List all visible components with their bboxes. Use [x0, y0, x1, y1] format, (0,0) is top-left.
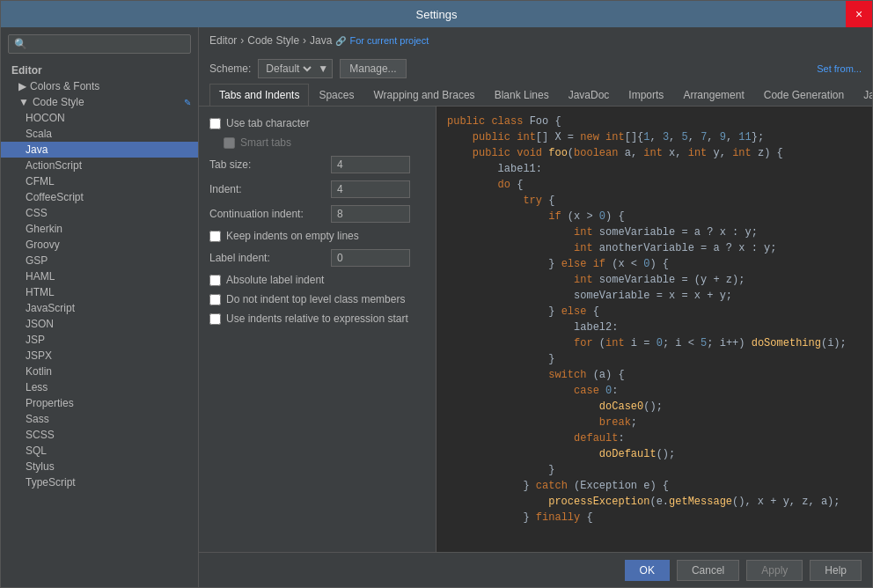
search-box[interactable]	[8, 34, 191, 54]
sidebar-item-actionscript[interactable]: ActionScript	[1, 158, 198, 173]
tab-spaces[interactable]: Spaces	[309, 84, 363, 107]
code-line: } else if (x < 0) {	[436, 256, 872, 272]
continuation-indent-label: Continuation indent:	[209, 208, 324, 220]
tab-code-generation[interactable]: Code Generation	[754, 84, 854, 107]
code-line: processException(e.getMessage(), x + y, …	[436, 494, 872, 510]
sidebar-item-stylus[interactable]: Stylus	[1, 459, 198, 474]
sidebar-item-javascript[interactable]: JavaScript	[1, 300, 198, 316]
code-line: } catch (Exception e) {	[436, 478, 872, 494]
ok-button[interactable]: OK	[625, 560, 670, 581]
tab-size-input[interactable]: 4	[331, 156, 410, 173]
label-indent-label: Label indent:	[209, 252, 324, 264]
link-icon: 🔗	[335, 36, 346, 46]
use-indents-relative-label[interactable]: Use indents relative to expression start	[226, 312, 408, 325]
tab-javadoc[interactable]: JavaDoc	[559, 84, 620, 107]
cancel-button[interactable]: Cancel	[677, 560, 739, 581]
sidebar-item-sass[interactable]: Sass	[1, 411, 198, 427]
continuation-indent-input[interactable]: 8	[331, 205, 410, 223]
smart-tabs-row: Smart tabs	[209, 136, 425, 149]
sidebar-item-colors-fonts[interactable]: ▶ Colors & Fonts	[1, 78, 198, 94]
arrow-icon: ▶	[18, 80, 26, 92]
sidebar-item-jspx[interactable]: JSPX	[1, 348, 198, 364]
tab-size-row: Tab size: 4	[209, 156, 425, 173]
sidebar-item-typescript[interactable]: TypeScript	[1, 474, 198, 490]
scheme-dropdown[interactable]: Default ▼	[258, 59, 333, 78]
sidebar-item-jsp[interactable]: JSP	[1, 332, 198, 348]
tab-arrangement[interactable]: Arrangement	[673, 84, 753, 107]
code-line: label1:	[436, 161, 872, 177]
absolute-label-indent-checkbox[interactable]	[209, 275, 221, 286]
help-button[interactable]: Help	[810, 560, 862, 581]
code-line: label2:	[436, 320, 872, 335]
code-line: } finally {	[436, 510, 872, 526]
sidebar-item-scala[interactable]: Scala	[1, 126, 198, 142]
keep-indents-checkbox[interactable]	[209, 231, 221, 242]
apply-button[interactable]: Apply	[746, 560, 803, 581]
code-line: }	[436, 351, 872, 367]
use-tab-character-row: Use tab character	[209, 117, 425, 129]
sidebar-item-java[interactable]: Java	[1, 142, 198, 158]
tab-blank-lines[interactable]: Blank Lines	[485, 84, 559, 107]
code-line: default:	[436, 430, 872, 446]
tab-tabs-indents[interactable]: Tabs and Indents	[209, 84, 309, 107]
use-tab-character-checkbox[interactable]	[209, 118, 221, 129]
sidebar-item-haml[interactable]: HAML	[1, 268, 198, 284]
breadcrumb-code-style: Code Style	[247, 34, 299, 47]
sidebar-item-less[interactable]: Less	[1, 379, 198, 395]
sidebar-item-hocon[interactable]: HOCON	[1, 110, 198, 126]
absolute-label-indent-label[interactable]: Absolute label indent	[226, 274, 324, 286]
do-not-indent-row: Do not indent top level class members	[209, 293, 425, 305]
indent-input[interactable]: 4	[331, 180, 410, 198]
sidebar-item-css[interactable]: CSS	[1, 205, 198, 221]
absolute-label-indent-row: Absolute label indent	[209, 274, 425, 286]
code-line: public class Foo {	[436, 114, 872, 129]
code-line: do {	[436, 177, 872, 193]
indent-label: Indent:	[209, 183, 324, 195]
label-indent-input[interactable]: 0	[331, 249, 410, 267]
breadcrumb-editor: Editor	[209, 34, 237, 47]
footer: OK Cancel Apply Help	[199, 552, 872, 587]
close-button[interactable]: ×	[846, 1, 872, 27]
continuation-indent-row: Continuation indent: 8	[209, 205, 425, 223]
scheme-select-input[interactable]: Default	[262, 62, 314, 76]
sidebar-item-sql[interactable]: SQL	[1, 443, 198, 459]
sidebar-item-json[interactable]: JSON	[1, 316, 198, 332]
title-bar: Settings ×	[1, 1, 872, 27]
panel-content: Use tab character Smart tabs Tab size: 4…	[199, 107, 872, 552]
sidebar-item-cfml[interactable]: CFML	[1, 173, 198, 189]
breadcrumb-sep1: ›	[240, 34, 244, 47]
sidebar-item-scss[interactable]: SCSS	[1, 427, 198, 443]
use-tab-character-label[interactable]: Use tab character	[226, 117, 310, 129]
tabs-bar: Tabs and Indents Spaces Wrapping and Bra…	[199, 84, 872, 107]
keep-indents-label[interactable]: Keep indents on empty lines	[226, 230, 359, 242]
edit-icon: ✎	[184, 98, 191, 107]
sidebar-item-kotlin[interactable]: Kotlin	[1, 364, 198, 379]
sidebar-item-coffeescript[interactable]: CoffeeScript	[1, 189, 198, 205]
sidebar-item-gsp[interactable]: GSP	[1, 253, 198, 268]
code-line: public int[] X = new int[]{1, 3, 5, 7, 9…	[436, 129, 872, 145]
code-line: break;	[436, 415, 872, 430]
editor-section-label: Editor	[1, 61, 198, 78]
scheme-label: Scheme:	[209, 62, 251, 75]
sidebar-item-groovy[interactable]: Groovy	[1, 237, 198, 253]
sidebar-item-html[interactable]: HTML	[1, 284, 198, 300]
do-not-indent-checkbox[interactable]	[209, 294, 221, 305]
for-current-project: For current project	[349, 35, 429, 46]
set-from-link[interactable]: Set from...	[817, 63, 862, 74]
scheme-row: Scheme: Default ▼ Manage... Set from...	[199, 54, 872, 84]
smart-tabs-checkbox[interactable]	[224, 137, 235, 149]
main-panel: Editor › Code Style › Java 🔗 For current…	[199, 27, 872, 587]
code-line: for (int i = 0; i < 5; i++) doSomething(…	[436, 335, 872, 351]
sidebar-item-code-style[interactable]: ▼ Code Style ✎	[1, 94, 198, 110]
sidebar-item-gherkin[interactable]: Gherkin	[1, 221, 198, 237]
tab-wrapping-braces[interactable]: Wrapping and Braces	[363, 84, 484, 107]
do-not-indent-label[interactable]: Do not indent top level class members	[226, 293, 405, 305]
use-indents-relative-checkbox[interactable]	[209, 313, 221, 325]
manage-button[interactable]: Manage...	[340, 59, 406, 78]
tab-imports[interactable]: Imports	[619, 84, 673, 107]
search-input[interactable]	[8, 34, 191, 54]
tab-java-ee-names[interactable]: Java EE Names	[854, 84, 872, 107]
sidebar-item-properties[interactable]: Properties	[1, 395, 198, 411]
window-title: Settings	[416, 8, 458, 21]
options-panel: Use tab character Smart tabs Tab size: 4…	[199, 107, 436, 552]
